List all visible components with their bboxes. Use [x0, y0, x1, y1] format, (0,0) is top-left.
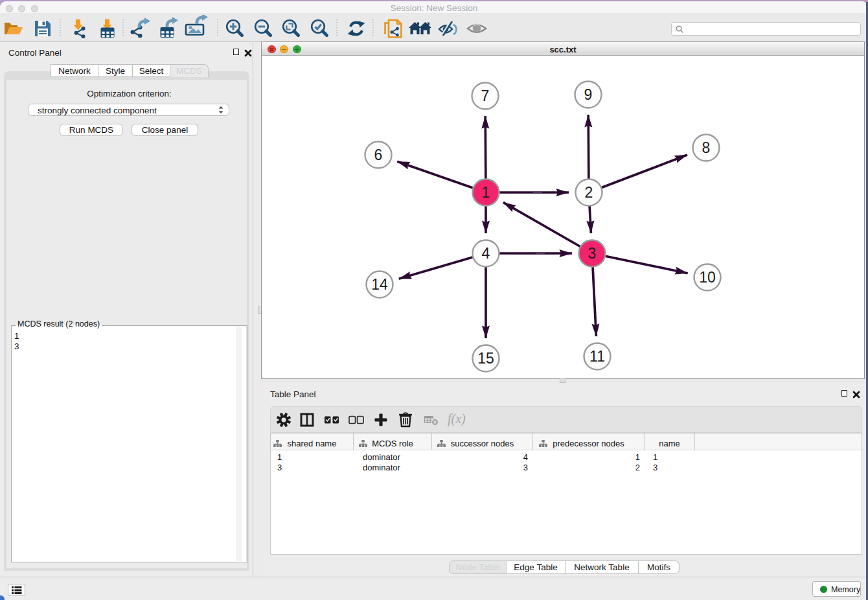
svg-text:7: 7 — [481, 87, 490, 104]
svg-text:1: 1 — [482, 184, 490, 201]
svg-text:2: 2 — [585, 184, 593, 201]
svg-text:6: 6 — [374, 146, 383, 163]
svg-text:4: 4 — [482, 245, 490, 262]
svg-text:8: 8 — [702, 139, 711, 156]
svg-text:10: 10 — [699, 269, 716, 286]
svg-text:3: 3 — [588, 245, 597, 262]
svg-text:14: 14 — [371, 276, 388, 293]
svg-text:9: 9 — [584, 86, 593, 103]
svg-text:11: 11 — [589, 348, 605, 365]
svg-text:15: 15 — [477, 350, 494, 367]
